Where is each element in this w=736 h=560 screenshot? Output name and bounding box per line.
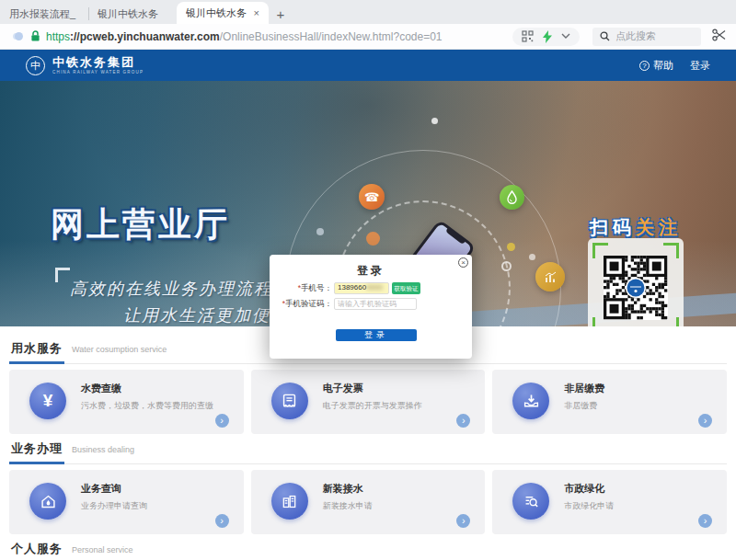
house-drop-icon <box>40 493 57 510</box>
phone-call-icon: ☎ <box>359 184 385 210</box>
house-icon-badge <box>29 483 66 520</box>
phone-row: *手机号： 13896600000 获取验证码 <box>270 282 472 294</box>
section-title: 个人服务 <box>9 541 64 560</box>
hero-slogan-line1: 高效的在线业务办理流程 <box>70 278 272 300</box>
header-links: ? 帮助 登录 <box>639 59 710 73</box>
card-description: 新装接水申请 <box>323 500 373 512</box>
site-header: 中 中铁水务集团 CHINA RAILWAY WATER GROUP ? 帮助 … <box>0 50 736 81</box>
search-icon-badge <box>512 483 549 520</box>
speed-mode-icon[interactable] <box>543 30 552 43</box>
brand-logo-icon: 中 <box>26 56 45 75</box>
address-toolbar <box>512 28 580 46</box>
code-input[interactable] <box>334 298 417 310</box>
phone-input[interactable]: 13896600000 <box>334 282 389 294</box>
login-modal-title: 登录 <box>270 255 472 279</box>
url-host: ://pcweb.yinchuanwater.com <box>70 30 220 43</box>
section-subtitle: Business dealing <box>72 445 134 454</box>
search-placeholder: 点此搜索 <box>615 29 656 43</box>
service-card[interactable]: 业务查询业务办理申请查询› <box>9 470 244 534</box>
chevron-down-icon[interactable] <box>561 33 570 40</box>
decorative-dot <box>366 232 380 246</box>
card-title: 新装接水 <box>323 482 363 496</box>
search-box[interactable]: 点此搜索 <box>592 28 701 46</box>
chevron-right-icon[interactable]: › <box>215 414 229 428</box>
tab-title: 用水报装流程_ <box>9 7 79 21</box>
url-scheme: https <box>46 30 70 43</box>
section-title: 业务办理 <box>9 440 64 464</box>
yen-icon-badge: ¥ <box>29 383 66 419</box>
card-title: 非居缴费 <box>564 382 604 395</box>
help-icon: ? <box>639 61 650 71</box>
service-card[interactable]: 非居缴费非居缴费› <box>492 370 727 434</box>
section: 个人服务Personal service <box>9 540 727 560</box>
phone-label: *手机号： <box>270 283 332 294</box>
inbox-icon-badge <box>512 383 549 419</box>
chevron-right-icon[interactable]: › <box>456 514 470 528</box>
card-description: 电子发票的开票与发票操作 <box>323 400 422 412</box>
buildings-icon-badge <box>271 483 308 520</box>
url-field[interactable]: https://pcweb.yinchuanwater.com/OnlineBu… <box>46 30 443 43</box>
scan-text: 扫码 <box>590 217 636 237</box>
decorative-dot <box>316 228 324 235</box>
service-card[interactable]: ¥水费查缴污水费，垃圾费，水费等费用的查缴› <box>9 370 244 434</box>
service-card[interactable]: 电子发票电子发票的开票与发票操作› <box>251 370 486 434</box>
section-subtitle: Water cosumption service <box>72 345 167 354</box>
card-description: 非居缴费 <box>564 400 597 412</box>
service-card[interactable]: 市政绿化市政绿化申请› <box>492 470 727 534</box>
blurred-digits: 0000 <box>366 283 383 291</box>
help-link[interactable]: ? 帮助 <box>639 59 673 73</box>
tab-yinchuan-water-1[interactable]: 银川中铁水务 <box>88 4 177 24</box>
follow-text: 关注 <box>636 217 682 237</box>
service-sections: 用水服务Water cosumption service¥水费查缴污水费，垃圾费… <box>0 326 736 560</box>
close-icon[interactable]: × <box>458 257 468 268</box>
help-label: 帮助 <box>653 59 673 73</box>
water-drop-icon <box>500 185 524 210</box>
card-row: 业务查询业务办理申请查询›新装接水新装接水申请›市政绿化市政绿化申请› <box>9 470 727 534</box>
lock-icon <box>30 30 40 42</box>
section: 业务办理Business dealing业务查询业务办理申请查询›新装接水新装接… <box>9 440 727 534</box>
section-subtitle: Personal service <box>72 545 133 554</box>
chevron-right-icon[interactable]: › <box>698 414 712 428</box>
chevron-right-icon[interactable]: › <box>698 514 712 528</box>
quote-bracket <box>55 268 70 282</box>
card-title: 市政绿化 <box>564 482 604 496</box>
section-header: 业务办理Business dealing <box>9 440 727 464</box>
tab-strip: 用水报装流程_ 银川中铁水务 银川中铁水务 × + <box>0 0 736 24</box>
code-row: *手机验证码： <box>270 298 472 310</box>
tab-title: 银川中铁水务 <box>186 6 248 20</box>
browser-window: 用水报装流程_ 银川中铁水务 银川中铁水务 × + https://pcweb.… <box>0 0 736 560</box>
qr-login-icon[interactable] <box>522 30 534 42</box>
hero-title: 网上营业厅 <box>51 202 230 247</box>
buildings-icon <box>281 493 298 510</box>
scissors-icon[interactable] <box>712 29 729 45</box>
login-submit-button[interactable]: 登录 <box>336 329 417 341</box>
brand-block: 中铁水务集团 CHINA RAILWAY WATER GROUP <box>52 56 144 74</box>
get-code-button[interactable]: 获取验证码 <box>392 282 420 294</box>
search-doc-icon <box>523 493 540 510</box>
service-card[interactable]: 新装接水新装接水申请› <box>251 470 486 534</box>
new-tab-button[interactable]: + <box>269 4 293 24</box>
card-title: 业务查询 <box>81 482 121 496</box>
invoice-icon-badge <box>271 383 308 419</box>
decorative-dot <box>529 254 535 260</box>
tab-water-install-flow[interactable]: 用水报装流程_ <box>0 4 88 24</box>
hero-slogan-line2: 让用水生活更加便捷 <box>123 304 289 326</box>
card-title: 水费查缴 <box>81 382 121 395</box>
chevron-right-icon[interactable]: › <box>456 414 470 428</box>
code-label: *手机验证码： <box>270 299 332 310</box>
tab-yinchuan-water-active[interactable]: 银川中铁水务 × <box>177 2 269 24</box>
inbox-download-icon <box>523 393 540 410</box>
header-login-link[interactable]: 登录 <box>690 59 710 73</box>
section-header: 个人服务Personal service <box>9 540 727 560</box>
qr-code-image <box>604 256 668 324</box>
bar-chart-icon <box>535 262 565 291</box>
decorative-dot <box>501 261 512 271</box>
close-tab-icon[interactable]: × <box>254 7 259 18</box>
chevron-right-icon[interactable]: › <box>215 514 229 528</box>
card-title: 电子发票 <box>323 382 363 395</box>
site-info-icon[interactable] <box>15 32 23 40</box>
brand-subtitle: CHINA RAILWAY WATER GROUP <box>52 70 144 74</box>
section-title: 用水服务 <box>9 340 64 364</box>
card-description: 业务办理申请查询 <box>81 500 147 512</box>
card-description: 污水费，垃圾费，水费等费用的查缴 <box>81 400 213 412</box>
